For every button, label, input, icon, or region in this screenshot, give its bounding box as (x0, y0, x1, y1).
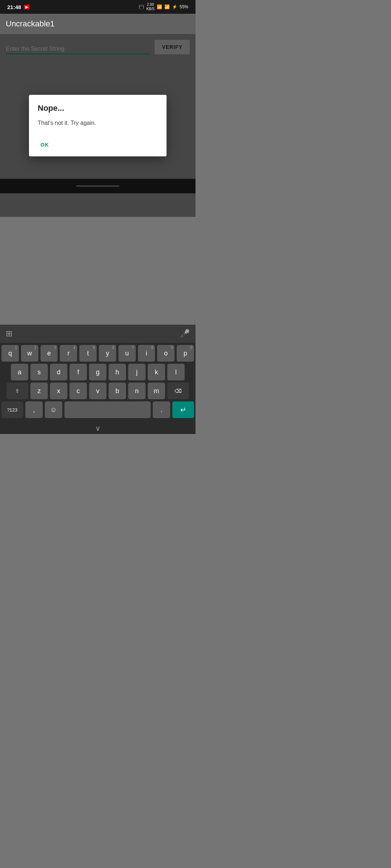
key-m[interactable]: m (148, 383, 165, 399)
key-period[interactable]: . (153, 401, 170, 418)
keyboard-grid-icon[interactable]: ⊞ (6, 329, 12, 338)
key-d[interactable]: d (50, 364, 67, 380)
battery-percent: 55% (180, 4, 188, 9)
key-enter[interactable]: ↵ (172, 401, 194, 418)
key-symbols[interactable]: ?123 (1, 401, 23, 418)
key-row-4: ?123 , ☺ . ↵ (1, 401, 194, 418)
dialog-title: Nope... (38, 104, 158, 113)
key-h[interactable]: h (109, 364, 126, 380)
key-space[interactable] (64, 401, 151, 418)
app-title: Uncrackable1 (6, 19, 55, 29)
signal-icon: 📶 (164, 4, 170, 9)
key-w[interactable]: 2w (21, 345, 38, 362)
key-z[interactable]: z (30, 383, 48, 399)
key-u[interactable]: 7u (118, 345, 136, 362)
key-n[interactable]: n (128, 383, 146, 399)
key-i[interactable]: 8i (138, 345, 155, 362)
key-y[interactable]: 6y (99, 345, 116, 362)
key-r[interactable]: 4r (60, 345, 77, 362)
key-p[interactable]: 0p (177, 345, 194, 362)
key-b[interactable]: b (109, 383, 126, 399)
keyboard-rows: 1q 2w 3e 4r 5t 6y 7u 8i 9o 0p a s d f g … (0, 343, 196, 422)
key-g[interactable]: g (89, 364, 106, 380)
battery-icon: ⚡ (172, 4, 177, 9)
key-row-2: a s d f g h j k l (1, 364, 194, 380)
dialog-ok-button[interactable]: OK (38, 139, 52, 151)
keyboard-toolbar: ⊞ 🎤 (0, 325, 196, 343)
vibrate-icon: 📳 (139, 4, 144, 9)
wifi-icon: 📶 (157, 4, 162, 9)
key-f[interactable]: f (70, 364, 87, 380)
key-v[interactable]: v (89, 383, 106, 399)
key-comma[interactable]: , (25, 401, 43, 418)
key-j[interactable]: j (128, 364, 146, 380)
key-s[interactable]: s (30, 364, 48, 380)
key-t[interactable]: 5t (79, 345, 97, 362)
key-c[interactable]: c (70, 383, 87, 399)
status-icons: 📳 2.00KB/S 📶 📶 ⚡ 55% (139, 3, 188, 11)
key-k[interactable]: k (148, 364, 165, 380)
youtube-icon: ▶ (24, 5, 30, 9)
key-e[interactable]: 3e (41, 345, 58, 362)
key-row-3: ⇧ z x c v b n m ⌫ (1, 383, 194, 399)
dialog-actions: OK (38, 139, 158, 153)
status-time: 21:48 (7, 4, 21, 10)
dialog: Nope... That's not it. Try again. OK (29, 95, 167, 156)
key-delete[interactable]: ⌫ (167, 383, 189, 399)
key-a[interactable]: a (11, 364, 28, 380)
key-o[interactable]: 9o (157, 345, 175, 362)
network-speed: 2.00KB/S (146, 3, 155, 11)
keyboard: ⊞ 🎤 1q 2w 3e 4r 5t 6y 7u 8i 9o 0p a s d … (0, 325, 196, 434)
key-row-1: 1q 2w 3e 4r 5t 6y 7u 8i 9o 0p (1, 345, 194, 362)
key-x[interactable]: x (50, 383, 67, 399)
key-l[interactable]: l (167, 364, 185, 380)
app-bar: Uncrackable1 (0, 14, 196, 34)
dialog-overlay: Nope... That's not it. Try again. OK (0, 34, 196, 217)
keyboard-mic-icon[interactable]: 🎤 (180, 329, 190, 338)
status-bar: 21:48 ▶ 📳 2.00KB/S 📶 📶 ⚡ 55% (0, 0, 196, 14)
keyboard-hide-row: ∨ (0, 422, 196, 434)
key-q[interactable]: 1q (1, 345, 19, 362)
dialog-message: That's not it. Try again. (38, 119, 158, 127)
key-shift[interactable]: ⇧ (7, 383, 28, 399)
keyboard-hide-button[interactable]: ∨ (95, 424, 101, 433)
key-emoji[interactable]: ☺ (45, 401, 62, 418)
